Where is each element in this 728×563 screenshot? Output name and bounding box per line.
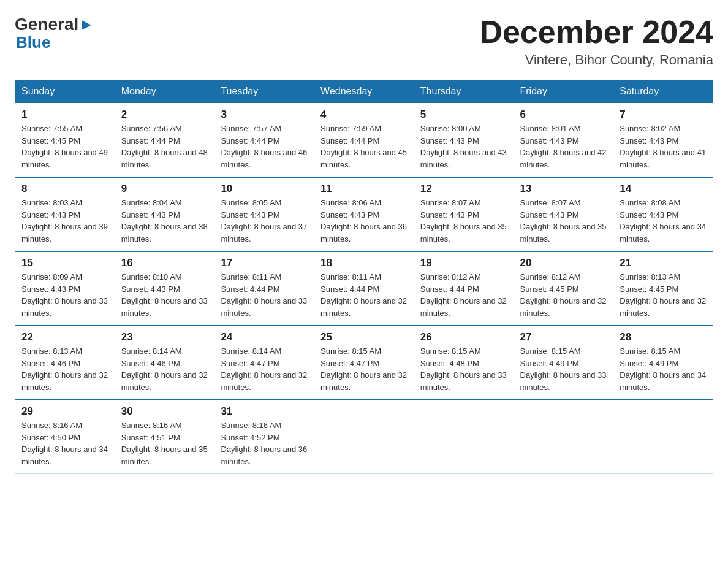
day-info: Sunrise: 7:57 AMSunset: 4:44 PMDaylight:… xyxy=(221,124,307,169)
day-number: 31 xyxy=(221,405,308,418)
day-info: Sunrise: 8:09 AMSunset: 4:43 PMDaylight:… xyxy=(21,272,108,318)
day-info: Sunrise: 8:07 AMSunset: 4:43 PMDaylight:… xyxy=(420,198,507,243)
day-info: Sunrise: 8:05 AMSunset: 4:43 PMDaylight:… xyxy=(221,198,307,243)
calendar-table: SundayMondayTuesdayWednesdayThursdayFrid… xyxy=(15,79,713,474)
day-number: 6 xyxy=(520,109,607,121)
calendar-cell: 18 Sunrise: 8:11 AMSunset: 4:44 PMDaylig… xyxy=(314,251,414,326)
day-info: Sunrise: 8:07 AMSunset: 4:43 PMDaylight:… xyxy=(520,198,607,243)
calendar-cell: 30 Sunrise: 8:16 AMSunset: 4:51 PMDaylig… xyxy=(115,400,214,474)
day-number: 12 xyxy=(420,183,507,195)
day-number: 1 xyxy=(21,109,108,121)
col-header-monday: Monday xyxy=(115,80,214,104)
calendar-cell: 3 Sunrise: 7:57 AMSunset: 4:44 PMDayligh… xyxy=(214,104,314,178)
col-header-saturday: Saturday xyxy=(613,80,713,104)
day-info: Sunrise: 7:59 AMSunset: 4:44 PMDaylight:… xyxy=(320,124,407,169)
calendar-week-row: 29 Sunrise: 8:16 AMSunset: 4:50 PMDaylig… xyxy=(15,400,713,474)
month-title: December 2024 xyxy=(479,15,713,50)
calendar-cell: 7 Sunrise: 8:02 AMSunset: 4:43 PMDayligh… xyxy=(613,104,713,178)
day-info: Sunrise: 8:06 AMSunset: 4:43 PMDaylight:… xyxy=(320,198,407,243)
calendar-cell: 14 Sunrise: 8:08 AMSunset: 4:43 PMDaylig… xyxy=(613,177,713,251)
day-info: Sunrise: 8:14 AMSunset: 4:46 PMDaylight:… xyxy=(121,347,208,392)
calendar-cell xyxy=(314,400,414,474)
day-number: 18 xyxy=(320,257,408,269)
day-info: Sunrise: 8:16 AMSunset: 4:50 PMDaylight:… xyxy=(21,421,108,466)
calendar-cell: 21 Sunrise: 8:13 AMSunset: 4:45 PMDaylig… xyxy=(613,251,713,326)
calendar-cell: 26 Sunrise: 8:15 AMSunset: 4:48 PMDaylig… xyxy=(414,326,514,400)
day-info: Sunrise: 8:04 AMSunset: 4:43 PMDaylight:… xyxy=(121,198,208,243)
calendar-cell: 8 Sunrise: 8:03 AMSunset: 4:43 PMDayligh… xyxy=(15,177,115,251)
day-info: Sunrise: 8:01 AMSunset: 4:43 PMDaylight:… xyxy=(520,124,607,169)
calendar-cell: 17 Sunrise: 8:11 AMSunset: 4:44 PMDaylig… xyxy=(214,251,314,326)
day-info: Sunrise: 8:15 AMSunset: 4:47 PMDaylight:… xyxy=(320,347,407,392)
calendar-cell: 1 Sunrise: 7:55 AMSunset: 4:45 PMDayligh… xyxy=(15,104,115,178)
calendar-cell: 10 Sunrise: 8:05 AMSunset: 4:43 PMDaylig… xyxy=(214,177,314,251)
calendar-cell: 12 Sunrise: 8:07 AMSunset: 4:43 PMDaylig… xyxy=(414,177,514,251)
day-number: 14 xyxy=(620,183,707,195)
logo-arrow-icon xyxy=(80,19,93,31)
day-info: Sunrise: 8:14 AMSunset: 4:47 PMDaylight:… xyxy=(221,347,307,392)
day-number: 30 xyxy=(121,405,208,418)
col-header-thursday: Thursday xyxy=(414,80,514,104)
col-header-sunday: Sunday xyxy=(15,80,115,104)
day-info: Sunrise: 8:11 AMSunset: 4:44 PMDaylight:… xyxy=(320,272,407,318)
logo-general-text: General xyxy=(15,15,78,34)
calendar-week-row: 8 Sunrise: 8:03 AMSunset: 4:43 PMDayligh… xyxy=(15,177,713,251)
day-info: Sunrise: 8:11 AMSunset: 4:44 PMDaylight:… xyxy=(221,272,307,318)
calendar-cell: 19 Sunrise: 8:12 AMSunset: 4:44 PMDaylig… xyxy=(414,251,514,326)
day-info: Sunrise: 8:16 AMSunset: 4:52 PMDaylight:… xyxy=(221,421,307,466)
day-info: Sunrise: 7:56 AMSunset: 4:44 PMDaylight:… xyxy=(121,124,208,169)
day-info: Sunrise: 7:55 AMSunset: 4:45 PMDaylight:… xyxy=(21,124,108,169)
calendar-cell: 25 Sunrise: 8:15 AMSunset: 4:47 PMDaylig… xyxy=(314,326,414,400)
day-number: 22 xyxy=(21,331,108,343)
day-number: 17 xyxy=(221,257,308,269)
day-number: 20 xyxy=(520,257,607,269)
calendar-week-row: 1 Sunrise: 7:55 AMSunset: 4:45 PMDayligh… xyxy=(15,104,713,178)
calendar-header-row: SundayMondayTuesdayWednesdayThursdayFrid… xyxy=(15,80,713,104)
calendar-week-row: 15 Sunrise: 8:09 AMSunset: 4:43 PMDaylig… xyxy=(15,251,713,326)
day-number: 10 xyxy=(221,183,308,195)
calendar-cell: 22 Sunrise: 8:13 AMSunset: 4:46 PMDaylig… xyxy=(15,326,115,400)
day-number: 28 xyxy=(620,331,707,343)
day-info: Sunrise: 8:13 AMSunset: 4:45 PMDaylight:… xyxy=(620,272,706,318)
svg-marker-0 xyxy=(82,20,91,30)
day-number: 13 xyxy=(520,183,607,195)
day-number: 26 xyxy=(420,331,507,343)
day-number: 3 xyxy=(221,109,308,121)
day-info: Sunrise: 8:00 AMSunset: 4:43 PMDaylight:… xyxy=(420,124,507,169)
calendar-cell: 15 Sunrise: 8:09 AMSunset: 4:43 PMDaylig… xyxy=(15,251,115,326)
calendar-cell: 28 Sunrise: 8:15 AMSunset: 4:49 PMDaylig… xyxy=(613,326,713,400)
day-number: 4 xyxy=(320,109,408,121)
page-header: General Blue December 2024 Vintere, Biho… xyxy=(15,15,713,68)
calendar-cell: 29 Sunrise: 8:16 AMSunset: 4:50 PMDaylig… xyxy=(15,400,115,474)
day-number: 2 xyxy=(121,109,208,121)
day-number: 21 xyxy=(620,257,707,269)
calendar-cell: 13 Sunrise: 8:07 AMSunset: 4:43 PMDaylig… xyxy=(514,177,613,251)
day-info: Sunrise: 8:10 AMSunset: 4:43 PMDaylight:… xyxy=(121,272,208,318)
calendar-cell: 4 Sunrise: 7:59 AMSunset: 4:44 PMDayligh… xyxy=(314,104,414,178)
calendar-week-row: 22 Sunrise: 8:13 AMSunset: 4:46 PMDaylig… xyxy=(15,326,713,400)
calendar-cell: 31 Sunrise: 8:16 AMSunset: 4:52 PMDaylig… xyxy=(214,400,314,474)
day-number: 27 xyxy=(520,331,607,343)
day-number: 7 xyxy=(620,109,707,121)
day-number: 5 xyxy=(420,109,507,121)
day-info: Sunrise: 8:12 AMSunset: 4:45 PMDaylight:… xyxy=(520,272,607,318)
col-header-friday: Friday xyxy=(514,80,613,104)
calendar-cell xyxy=(514,400,613,474)
col-header-tuesday: Tuesday xyxy=(214,80,314,104)
day-number: 23 xyxy=(121,331,208,343)
day-info: Sunrise: 8:03 AMSunset: 4:43 PMDaylight:… xyxy=(21,198,108,243)
day-info: Sunrise: 8:02 AMSunset: 4:43 PMDaylight:… xyxy=(620,124,706,169)
calendar-cell: 5 Sunrise: 8:00 AMSunset: 4:43 PMDayligh… xyxy=(414,104,514,178)
day-info: Sunrise: 8:15 AMSunset: 4:49 PMDaylight:… xyxy=(620,347,706,392)
title-block: December 2024 Vintere, Bihor County, Rom… xyxy=(479,15,713,68)
day-info: Sunrise: 8:13 AMSunset: 4:46 PMDaylight:… xyxy=(21,347,108,392)
calendar-cell: 11 Sunrise: 8:06 AMSunset: 4:43 PMDaylig… xyxy=(314,177,414,251)
day-number: 24 xyxy=(221,331,308,343)
day-number: 11 xyxy=(320,183,408,195)
calendar-cell: 6 Sunrise: 8:01 AMSunset: 4:43 PMDayligh… xyxy=(514,104,613,178)
location-subtitle: Vintere, Bihor County, Romania xyxy=(479,52,713,68)
day-number: 29 xyxy=(21,405,108,418)
calendar-cell xyxy=(414,400,514,474)
day-info: Sunrise: 8:16 AMSunset: 4:51 PMDaylight:… xyxy=(121,421,208,466)
day-number: 16 xyxy=(121,257,208,269)
